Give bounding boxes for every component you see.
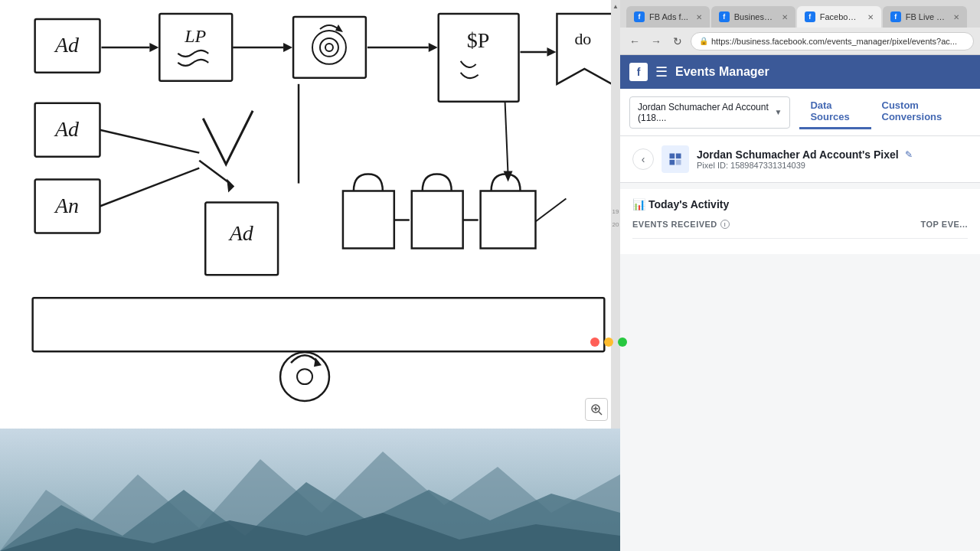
svg-marker-2 bbox=[149, 43, 158, 52]
pixel-info: Jordan Schumacher Ad Account's Pixel ✎ P… bbox=[697, 148, 968, 170]
left-panel: Ad LP bbox=[0, 0, 620, 551]
svg-marker-5 bbox=[283, 43, 292, 52]
close-button[interactable] bbox=[590, 337, 599, 347]
svg-text:$P: $P bbox=[467, 28, 490, 52]
pixel-icon bbox=[662, 145, 689, 173]
svg-marker-11 bbox=[429, 43, 438, 52]
pixel-section: ‹ Jordan Schumacher Ad Account's Pixel ✎ bbox=[620, 136, 980, 183]
url-bar[interactable]: 🔒 https://business.facebook.com/events_m… bbox=[691, 32, 974, 51]
svg-marker-14 bbox=[547, 47, 556, 57]
svg-text:Ad: Ad bbox=[54, 33, 80, 57]
pixel-back-button[interactable]: ‹ bbox=[632, 148, 654, 170]
right-panel: f FB Ads f... ✕ f Business M... ✕ f Face… bbox=[620, 0, 980, 551]
svg-rect-38 bbox=[670, 160, 675, 165]
mountain-background-left bbox=[0, 429, 620, 551]
fb-content: Jordan Schumacher Ad Account (118.... ▼ … bbox=[620, 89, 980, 551]
tab-business[interactable]: f Business M... ✕ bbox=[711, 6, 795, 28]
activity-divider bbox=[632, 238, 968, 245]
svg-text:An: An bbox=[54, 194, 79, 217]
tab-close-icon[interactable]: ✕ bbox=[782, 13, 788, 21]
activity-labels: EVENTS RECEIVED i TOP EVE... bbox=[632, 220, 968, 229]
svg-rect-3 bbox=[159, 14, 232, 81]
chart-icon: 📊 bbox=[632, 198, 645, 210]
tab-fb-live[interactable]: f FB Live We... ✕ bbox=[883, 6, 967, 28]
forward-nav-button[interactable]: → bbox=[648, 33, 665, 50]
fb-logo: f bbox=[629, 63, 648, 81]
svg-rect-39 bbox=[676, 160, 681, 165]
tab-facebook-p[interactable]: f Facebook P... ✕ bbox=[797, 6, 881, 28]
svg-point-8 bbox=[320, 38, 338, 57]
refresh-nav-button[interactable]: ↻ bbox=[669, 33, 686, 50]
svg-point-9 bbox=[325, 44, 333, 51]
svg-point-27 bbox=[297, 369, 312, 384]
svg-rect-24 bbox=[33, 298, 605, 351]
browser-tabs: f FB Ads f... ✕ f Business M... ✕ f Face… bbox=[620, 0, 980, 28]
fb-header-title: Events Manager bbox=[675, 65, 769, 79]
scroll-up-arrow[interactable]: ▲ bbox=[611, 0, 620, 12]
tab-data-sources[interactable]: Data Sources bbox=[799, 95, 871, 129]
tab-close-icon[interactable]: ✕ bbox=[867, 13, 874, 21]
svg-marker-23 bbox=[504, 171, 513, 182]
svg-marker-20 bbox=[227, 179, 234, 193]
minimize-button[interactable] bbox=[604, 337, 613, 347]
whiteboard-scrollbar[interactable]: ▲ 19 20 ▼ bbox=[611, 0, 620, 436]
edit-pixel-icon[interactable]: ✎ bbox=[905, 149, 913, 160]
maximize-button[interactable] bbox=[618, 337, 627, 347]
svg-text:Ad: Ad bbox=[228, 221, 254, 245]
whiteboard[interactable]: Ad LP bbox=[0, 0, 620, 436]
pixel-id: Pixel ID: 1589847331314039 bbox=[697, 161, 968, 170]
fb-header: f ☰ Events Manager bbox=[620, 55, 980, 89]
chevron-left-icon: ‹ bbox=[642, 153, 645, 165]
svg-marker-10 bbox=[335, 24, 343, 32]
account-bar: Jordan Schumacher Ad Account (118.... ▼ … bbox=[620, 89, 980, 136]
tab-custom-conversions[interactable]: Custom Conversions bbox=[871, 95, 971, 129]
svg-line-29 bbox=[599, 412, 602, 415]
svg-text:LP: LP bbox=[184, 26, 206, 46]
scroll-numbers: 19 20 bbox=[612, 12, 619, 424]
activity-title: 📊 Today's Activity bbox=[632, 198, 968, 210]
zoom-button[interactable] bbox=[585, 398, 608, 421]
activity-section: 📊 Today's Activity EVENTS RECEIVED i TOP… bbox=[620, 189, 980, 254]
tab-close-icon[interactable]: ✕ bbox=[953, 13, 959, 21]
svg-text:Ad: Ad bbox=[54, 117, 80, 141]
lock-icon: 🔒 bbox=[699, 37, 708, 45]
back-nav-button[interactable]: ← bbox=[626, 33, 643, 50]
svg-point-25 bbox=[280, 352, 329, 401]
info-icon[interactable]: i bbox=[720, 220, 730, 229]
svg-rect-36 bbox=[670, 154, 675, 159]
tab-close-icon[interactable]: ✕ bbox=[696, 13, 702, 21]
account-chevron-icon: ▼ bbox=[775, 108, 782, 116]
svg-rect-12 bbox=[439, 14, 519, 102]
pixel-header: ‹ Jordan Schumacher Ad Account's Pixel ✎ bbox=[632, 145, 968, 173]
svg-rect-37 bbox=[676, 154, 681, 159]
whiteboard-svg: Ad LP bbox=[0, 0, 620, 435]
address-bar: ← → ↻ 🔒 https://business.facebook.com/ev… bbox=[620, 28, 980, 55]
top-events-label: TOP EVE... bbox=[921, 220, 968, 229]
traffic-lights bbox=[590, 337, 627, 347]
svg-point-7 bbox=[312, 31, 346, 64]
tab-fb-ads[interactable]: f FB Ads f... ✕ bbox=[626, 6, 710, 28]
nav-tabs: Data Sources Custom Conversions bbox=[799, 95, 971, 129]
account-selector[interactable]: Jordan Schumacher Ad Account (118.... ▼ bbox=[629, 96, 790, 129]
events-received-label: EVENTS RECEIVED i bbox=[632, 220, 730, 229]
svg-text:do: do bbox=[574, 29, 591, 48]
pixel-name: Jordan Schumacher Ad Account's Pixel bbox=[697, 148, 899, 161]
hamburger-icon[interactable]: ☰ bbox=[655, 64, 668, 80]
